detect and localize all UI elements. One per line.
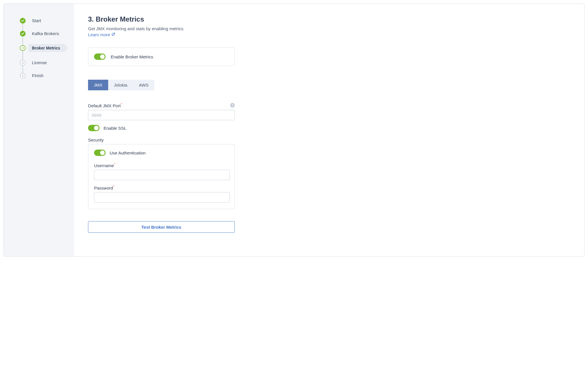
checkmark-icon [20, 31, 26, 37]
enable-ssl-row: Enable SSL [88, 125, 235, 131]
step-license[interactable]: 4 License [4, 56, 74, 69]
page-title: 3. Broker Metrics [88, 15, 377, 23]
enable-metrics-panel: Enable Broker Metrics [88, 47, 235, 66]
step-label: Start [32, 18, 41, 23]
checkmark-icon [20, 18, 26, 24]
tab-jmx[interactable]: JMX [88, 80, 108, 90]
wizard-steps: Start Kafka Brokers 3 Broker Metrics 4 L… [4, 14, 74, 82]
learn-more-link[interactable]: Learn more [88, 32, 115, 37]
step-finish[interactable]: 5 Finish [4, 69, 74, 82]
jmx-port-input[interactable] [88, 110, 235, 120]
enable-ssl-toggle[interactable] [88, 125, 100, 131]
step-number-icon: 3 [20, 45, 26, 51]
jmx-port-row: Default JMX Port* ? [88, 102, 235, 120]
metrics-source-tabs: JMX Jolokia AWS [88, 80, 154, 90]
toggle-knob [100, 150, 105, 155]
learn-more-label: Learn more [88, 32, 110, 37]
step-number-icon: 4 [20, 60, 26, 66]
required-indicator: * [114, 162, 115, 166]
username-label: Username* [94, 162, 115, 168]
tab-jolokia[interactable]: Jolokia [108, 80, 133, 90]
jmx-form: Default JMX Port* ? Enable SSL Security [88, 102, 235, 209]
page-subtitle: Get JMX monitoring and stats by enabling… [88, 26, 377, 31]
step-label: Kafka Brokers [32, 31, 59, 36]
tab-aws[interactable]: AWS [133, 80, 154, 90]
step-label: Finish [32, 73, 43, 78]
use-auth-row: Use Authentication [94, 150, 229, 156]
external-link-icon [111, 32, 115, 37]
enable-metrics-label: Enable Broker Metrics [111, 54, 153, 59]
username-input[interactable] [94, 170, 230, 180]
step-start[interactable]: Start [4, 14, 74, 27]
step-kafka-brokers[interactable]: Kafka Brokers [4, 27, 74, 40]
toggle-knob [94, 126, 99, 130]
toggle-knob [100, 54, 105, 59]
step-label: License [32, 60, 47, 65]
username-row: Username* [94, 162, 230, 180]
password-input[interactable] [94, 192, 230, 203]
password-label: Password* [94, 185, 114, 190]
step-label: Broker Metrics [32, 46, 60, 50]
enable-ssl-label: Enable SSL [104, 126, 126, 131]
step-number-icon: 5 [20, 73, 26, 79]
security-section-label: Security [88, 137, 235, 142]
use-auth-toggle[interactable] [94, 150, 106, 156]
wizard-container: Start Kafka Brokers 3 Broker Metrics 4 L… [3, 3, 585, 257]
jmx-port-label: Default JMX Port* [88, 102, 122, 108]
password-row: Password* [94, 185, 230, 203]
enable-metrics-toggle[interactable] [94, 54, 106, 60]
required-indicator: * [121, 102, 122, 106]
required-indicator: * [113, 185, 114, 189]
wizard-sidebar: Start Kafka Brokers 3 Broker Metrics 4 L… [4, 4, 74, 256]
test-broker-metrics-button[interactable]: Test Broker Metrics [88, 221, 235, 233]
step-label-current: Broker Metrics [28, 44, 65, 52]
security-panel: Use Authentication Username* Password* [88, 144, 235, 209]
main-content: 3. Broker Metrics Get JMX monitoring and… [74, 4, 391, 256]
step-broker-metrics[interactable]: 3 Broker Metrics [4, 40, 74, 56]
help-icon[interactable]: ? [230, 103, 235, 108]
use-auth-label: Use Authentication [110, 150, 146, 155]
